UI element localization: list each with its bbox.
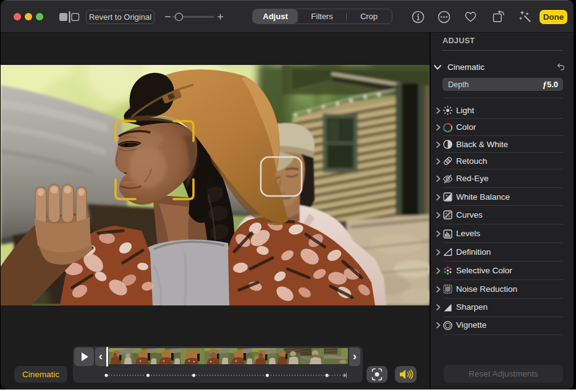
- svg-text:w: w: [446, 194, 448, 197]
